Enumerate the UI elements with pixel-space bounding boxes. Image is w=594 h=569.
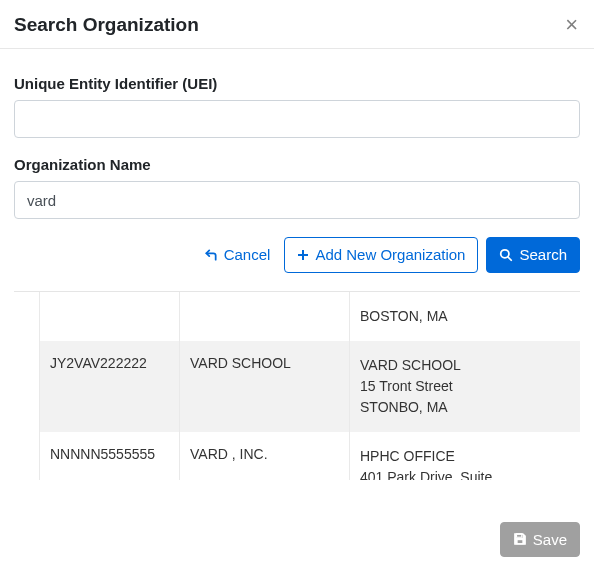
- table-row[interactable]: NNNNN5555555VARD , INC.HPHC OFFICE401 Pa…: [40, 432, 581, 480]
- cell-org-name: VARD SCHOOL: [180, 341, 350, 432]
- search-label: Search: [519, 245, 567, 265]
- address-line: 401 Park Drive, Suite: [360, 467, 570, 480]
- results-scroll[interactable]: BOSTON, MAJY2VAV222222VARD SCHOOLVARD SC…: [14, 292, 580, 480]
- orgname-label: Organization Name: [14, 156, 580, 173]
- cancel-label: Cancel: [224, 245, 271, 265]
- save-button[interactable]: Save: [500, 522, 580, 558]
- uei-field-group: Unique Entity Identifier (UEI): [14, 75, 580, 138]
- table-row[interactable]: JY2VAV222222VARD SCHOOLVARD SCHOOL15 Tro…: [40, 341, 581, 432]
- address-line: 15 Tront Street: [360, 376, 570, 397]
- orgname-field-group: Organization Name: [14, 156, 580, 219]
- address-line: VARD SCHOOL: [360, 355, 570, 376]
- modal-footer: Save: [500, 522, 580, 558]
- search-button[interactable]: Search: [486, 237, 580, 273]
- results-container: BOSTON, MAJY2VAV222222VARD SCHOOLVARD SC…: [14, 292, 580, 480]
- svg-rect-1: [298, 254, 308, 256]
- cell-address: HPHC OFFICE401 Park Drive, Suite401 East: [350, 432, 581, 480]
- action-row: Cancel Add New Organization Search: [14, 237, 580, 292]
- svg-line-3: [508, 257, 512, 261]
- close-icon: ×: [565, 14, 578, 36]
- modal-header: Search Organization ×: [0, 0, 594, 49]
- add-new-org-label: Add New Organization: [315, 245, 465, 265]
- modal-title: Search Organization: [14, 14, 199, 36]
- cell-org-name: VARD , INC.: [180, 432, 350, 480]
- search-icon: [499, 248, 513, 262]
- cell-org-name: [180, 292, 350, 341]
- undo-icon: [204, 248, 218, 262]
- plus-icon: [297, 249, 309, 261]
- modal-body: Unique Entity Identifier (UEI) Organizat…: [0, 49, 594, 292]
- uei-input[interactable]: [14, 100, 580, 138]
- address-line: HPHC OFFICE: [360, 446, 570, 467]
- table-row[interactable]: BOSTON, MA: [40, 292, 581, 341]
- address-line: BOSTON, MA: [360, 306, 570, 327]
- save-icon: [513, 532, 527, 546]
- cell-address: BOSTON, MA: [350, 292, 581, 341]
- close-button[interactable]: ×: [561, 14, 582, 36]
- cancel-button[interactable]: Cancel: [198, 238, 277, 272]
- address-line: STONBO, MA: [360, 397, 570, 418]
- uei-label: Unique Entity Identifier (UEI): [14, 75, 580, 92]
- orgname-input[interactable]: [14, 181, 580, 219]
- save-label: Save: [533, 530, 567, 550]
- cell-uei: JY2VAV222222: [40, 341, 180, 432]
- add-new-org-button[interactable]: Add New Organization: [284, 237, 478, 273]
- cell-uei: [40, 292, 180, 341]
- cell-uei: NNNNN5555555: [40, 432, 180, 480]
- results-table: BOSTON, MAJY2VAV222222VARD SCHOOLVARD SC…: [39, 292, 580, 480]
- cell-address: VARD SCHOOL15 Tront StreetSTONBO, MA: [350, 341, 581, 432]
